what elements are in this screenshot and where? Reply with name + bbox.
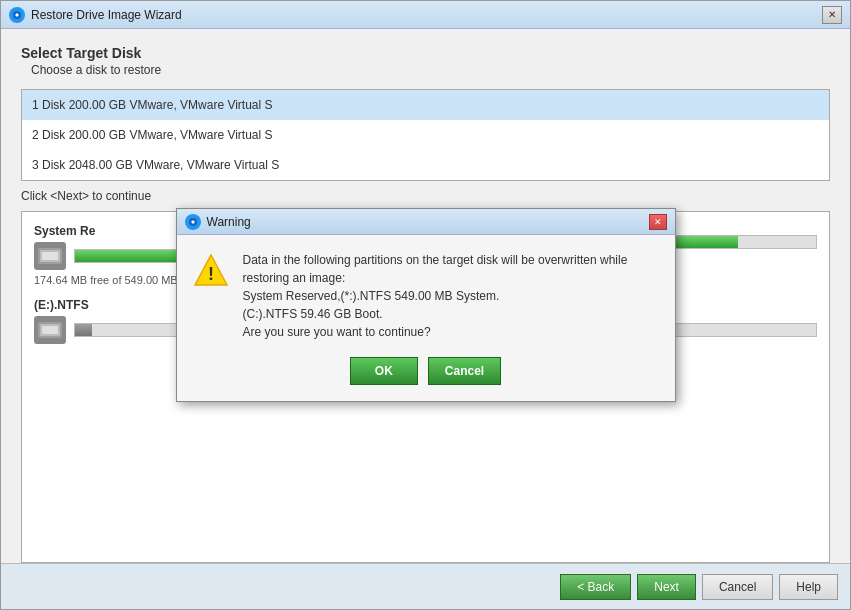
dialog-message-line3: System Reserved,(*:).NTFS 549.00 MB Syst… bbox=[243, 289, 500, 303]
dialog-title: Warning bbox=[207, 215, 649, 229]
dialog-cancel-button[interactable]: Cancel bbox=[428, 357, 501, 385]
dialog-message: Data in the following partitions on the … bbox=[243, 251, 628, 341]
dialog-buttons: OK Cancel bbox=[177, 357, 675, 401]
dialog-message-line5: Are you sure you want to continue? bbox=[243, 325, 431, 339]
dialog-body: ! Data in the following partitions on th… bbox=[177, 235, 675, 357]
warning-icon: ! bbox=[193, 253, 229, 289]
dialog-close-button[interactable]: ✕ bbox=[649, 214, 667, 230]
svg-text:!: ! bbox=[208, 264, 214, 284]
dialog-message-line1: Data in the following partitions on the … bbox=[243, 253, 628, 267]
warning-icon-container: ! bbox=[193, 251, 229, 341]
dialog-ok-button[interactable]: OK bbox=[350, 357, 418, 385]
dialog-message-line2: restoring an image: bbox=[243, 271, 346, 285]
dialog-message-line4: (C:).NTFS 59.46 GB Boot. bbox=[243, 307, 383, 321]
warning-dialog: Warning ✕ ! Data in the following partit… bbox=[176, 208, 676, 402]
dialog-title-bar: Warning ✕ bbox=[177, 209, 675, 235]
dialog-overlay: Warning ✕ ! Data in the following partit… bbox=[0, 0, 851, 610]
dialog-app-icon bbox=[185, 214, 201, 230]
